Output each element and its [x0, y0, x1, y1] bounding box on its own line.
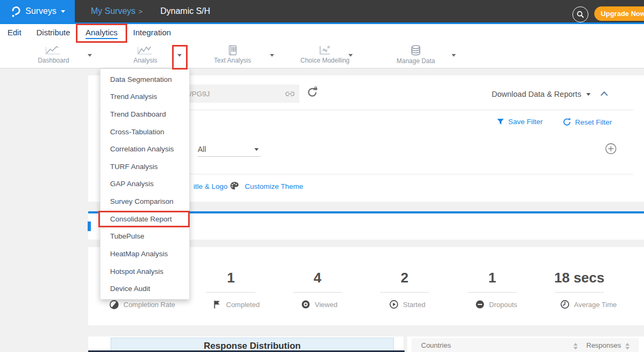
filter-all-value: All: [198, 145, 206, 154]
stat-divider: [380, 292, 429, 293]
breadcrumb-separator: >: [138, 7, 143, 16]
toolbar-choice-modelling-button[interactable]: Choice Modelling: [293, 45, 357, 66]
stat-dropouts: Dropouts: [475, 300, 517, 309]
stat-completed: Completed: [213, 300, 260, 309]
stat-label: Completed: [226, 301, 260, 309]
menu-item-data-segmentation[interactable]: Data Segmentation: [100, 71, 189, 88]
nav-tab-integration[interactable]: Integration: [133, 28, 171, 37]
chevron-down-icon: [586, 93, 591, 96]
surveys-product-menu[interactable]: Surveys: [0, 0, 75, 22]
sort-icon[interactable]: [625, 343, 630, 350]
toolbar-text-analysis-button[interactable]: Text Analysis: [200, 45, 265, 66]
save-filter-label: Save Filter: [508, 118, 543, 126]
stat-started-value: 2: [380, 270, 429, 286]
stat-completed-value: 1: [206, 270, 255, 286]
stat-average-time-value: 18 secs: [549, 270, 609, 286]
choice-modelling-dropdown-caret[interactable]: [348, 54, 353, 57]
download-data-reports-dropdown[interactable]: Download Data & Reports: [492, 90, 591, 98]
document-grid-icon: [227, 45, 238, 56]
search-icon: [576, 10, 585, 19]
nav-tab-distribute[interactable]: Distribute: [36, 28, 70, 37]
chevron-down-icon: [61, 10, 65, 13]
menu-item-correlation-analysis[interactable]: Correlation Analysis: [100, 140, 189, 158]
menu-item-trend-dashboard[interactable]: Trend Dashboard: [100, 105, 189, 123]
search-button[interactable]: [572, 6, 588, 22]
analysis-dropdown-caret[interactable]: [177, 54, 182, 57]
text-analysis-dropdown-caret[interactable]: [270, 54, 274, 57]
column-header-responses[interactable]: Responses: [586, 341, 621, 349]
stat-label: Completion Rate: [123, 301, 175, 309]
play-circle-icon: [389, 300, 399, 309]
stat-label: Viewed: [315, 301, 337, 309]
reset-filter-label: Reset Filter: [575, 118, 612, 126]
completion-rate-icon: [109, 300, 119, 310]
nav-tab-edit[interactable]: Edit: [7, 28, 21, 37]
stat-viewed: Viewed: [301, 300, 337, 309]
stat-label: Dropouts: [489, 301, 517, 309]
analysis-dropdown-menu: Data Segmentation Trend Analysis Trend D…: [100, 68, 190, 300]
reset-filter-button[interactable]: Reset Filter: [563, 118, 612, 126]
link-icon[interactable]: [281, 89, 299, 98]
upgrade-now-button[interactable]: Upgrade Now: [594, 6, 644, 21]
clock-icon: [560, 300, 570, 309]
globe-lock-icon[interactable]: [306, 86, 319, 98]
stat-dropouts-value: 1: [468, 270, 517, 286]
product-name: Surveys: [26, 6, 57, 16]
funnel-icon: [496, 118, 505, 126]
stat-label: Average Time: [574, 301, 617, 309]
toolbar-analysis-label: Analysis: [134, 57, 158, 64]
palette-icon: [229, 181, 239, 191]
survey-title-logo-link[interactable]: itle & Logo: [193, 182, 228, 190]
section-title-accent: [88, 221, 91, 231]
eye-icon: [301, 300, 311, 309]
database-icon: [409, 45, 422, 56]
menu-item-tubepulse[interactable]: TubePulse: [100, 227, 189, 245]
dashboard-dropdown-caret[interactable]: [88, 54, 92, 57]
stat-label: Started: [403, 301, 425, 309]
menu-item-consolidate-report[interactable]: Consolidate Report: [100, 210, 189, 228]
stat-divider: [206, 292, 255, 293]
stat-viewed-value: 4: [293, 270, 342, 286]
menu-item-cross-tabulation[interactable]: Cross-Tabulation: [100, 123, 189, 141]
save-filter-button[interactable]: Save Filter: [496, 118, 543, 126]
chevron-down-icon: [254, 148, 259, 151]
manage-data-dropdown-caret[interactable]: [452, 54, 456, 57]
toolbar-choice-modelling-label: Choice Modelling: [300, 57, 350, 64]
collapse-section-chevron[interactable]: [600, 90, 609, 97]
stat-divider: [555, 292, 604, 293]
menu-item-device-audit[interactable]: Device Audit: [100, 280, 189, 297]
flag-icon: [213, 300, 222, 309]
scatter-chart-icon: [318, 45, 332, 56]
toolbar-manage-data-button[interactable]: Manage Data: [384, 45, 448, 66]
menu-item-trend-analysis[interactable]: Trend Analysis: [100, 88, 189, 106]
menu-item-survey-comparison[interactable]: Survey Comparison: [100, 193, 189, 210]
sort-icon[interactable]: [573, 343, 578, 350]
stat-average-time: Average Time: [560, 300, 617, 309]
toolbar-dashboard-label: Dashboard: [38, 57, 69, 64]
stat-completion-rate: Completion Rate: [109, 300, 175, 310]
add-filter-plus-button[interactable]: [604, 142, 617, 155]
menu-item-gap-analysis[interactable]: GAP Analysis: [100, 175, 189, 193]
stat-started: Started: [389, 300, 425, 309]
response-distribution-title: Response Distribution: [111, 338, 394, 352]
menu-item-hotspot-analysis[interactable]: Hotspot Analysis: [100, 263, 189, 280]
nav-tab-analytics[interactable]: Analytics: [86, 28, 118, 39]
toolbar-text-analysis-label: Text Analysis: [214, 57, 251, 64]
toolbar-analysis-button[interactable]: Analysis: [113, 45, 177, 66]
download-data-reports-label: Download Data & Reports: [492, 90, 581, 98]
customize-theme-link[interactable]: Customize Theme: [245, 182, 303, 190]
stat-divider: [468, 292, 517, 293]
minus-circle-icon: [475, 300, 485, 309]
filter-all-select[interactable]: All: [198, 142, 261, 157]
column-header-countries[interactable]: Countries: [421, 341, 451, 349]
app-window: Surveys My Surveys > Dynamic S/H Upgrade…: [0, 0, 644, 352]
breadcrumb-my-surveys[interactable]: My Surveys: [91, 6, 136, 16]
stat-divider: [293, 292, 342, 293]
menu-item-turf-analysis[interactable]: TURF Analysis: [100, 158, 189, 175]
breadcrumb-current-survey: Dynamic S/H: [160, 6, 210, 16]
refresh-icon: [563, 118, 571, 126]
toolbar-manage-data-label: Manage Data: [397, 57, 435, 65]
line-chart-icon: [136, 45, 154, 56]
menu-item-heatmap-analysis[interactable]: HeatMap Analysis: [100, 245, 189, 263]
toolbar-dashboard-button[interactable]: Dashboard: [21, 45, 86, 66]
